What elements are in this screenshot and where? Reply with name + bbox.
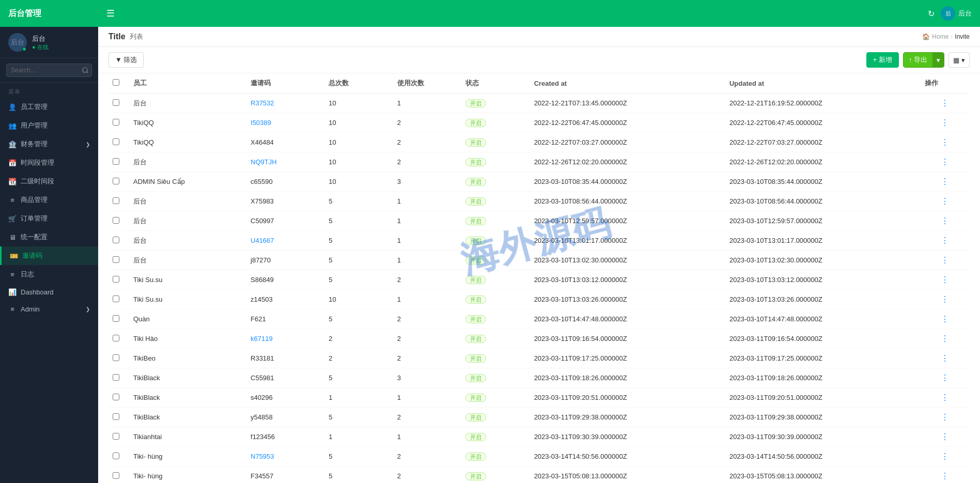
row-action-button[interactable]: ⋮ — [941, 413, 950, 422]
search-input[interactable] — [6, 64, 92, 77]
row-used: 2 — [393, 447, 461, 466]
subtimerange-icon: 📆 — [8, 178, 17, 185]
menu-icon[interactable]: ☰ — [106, 8, 115, 19]
row-action-button[interactable]: ⋮ — [941, 295, 950, 304]
row-updated-at: 2023-03-10T13:03:26.000000Z — [725, 290, 921, 309]
sidebar-item-config[interactable]: 🖥 统一配置 — [0, 228, 98, 246]
export-dropdown-button[interactable]: ▾ — [932, 53, 944, 67]
table-row: TikiBlack y54858 5 2 开启 2023-03-11T09:29… — [108, 408, 970, 427]
row-checkbox[interactable] — [113, 119, 119, 126]
row-checkbox[interactable] — [113, 217, 119, 224]
select-all-checkbox[interactable] — [113, 79, 119, 86]
sidebar-item-dashboard[interactable]: 📊 Dashboard — [0, 284, 98, 301]
sidebar-item-admin[interactable]: ≡ Admin ❯ — [0, 301, 98, 318]
row-checkbox[interactable] — [113, 276, 119, 283]
row-employee: 后台 — [129, 231, 246, 251]
logs-icon: ≡ — [8, 271, 17, 278]
invite-code-link[interactable]: R37532 — [251, 99, 274, 107]
row-action-button[interactable]: ⋮ — [941, 197, 950, 206]
row-action-button[interactable]: ⋮ — [941, 118, 950, 127]
row-action-cell: ⋮ — [921, 192, 970, 211]
row-action-button[interactable]: ⋮ — [941, 177, 950, 186]
topbar-user[interactable]: 后 后台 — [941, 6, 972, 21]
row-invite-code: C50997 — [246, 211, 324, 231]
row-action-button[interactable]: ⋮ — [941, 334, 950, 343]
row-checkbox[interactable] — [113, 158, 119, 165]
row-checkbox[interactable] — [113, 472, 119, 479]
sidebar-item-goods[interactable]: ≡ 商品管理 — [0, 191, 98, 209]
row-checkbox-cell — [108, 94, 129, 113]
columns-button[interactable]: ▦ ▾ — [948, 52, 970, 68]
breadcrumb-home-link[interactable]: Home — [932, 33, 948, 40]
row-action-button[interactable]: ⋮ — [941, 393, 950, 402]
new-button[interactable]: + 新增 — [866, 52, 899, 68]
row-action-button[interactable]: ⋮ — [941, 216, 950, 225]
row-total: 1 — [324, 427, 393, 447]
row-checkbox-cell — [108, 152, 129, 172]
sidebar-item-invite[interactable]: 🎫 邀请码 — [0, 246, 98, 265]
row-updated-at: 2023-03-11T09:16:54.000000Z — [725, 329, 921, 349]
row-action-button[interactable]: ⋮ — [941, 138, 950, 147]
row-checkbox[interactable] — [113, 178, 119, 184]
refresh-icon[interactable]: ↻ — [928, 9, 935, 19]
row-action-button[interactable]: ⋮ — [941, 158, 950, 166]
row-updated-at: 2023-03-10T08:35:44.000000Z — [725, 172, 921, 192]
table-row: Tiki Su.su z14503 10 1 开启 2023-03-10T13:… — [108, 290, 970, 309]
row-checkbox[interactable] — [113, 256, 119, 263]
row-checkbox-cell — [108, 192, 129, 211]
row-checkbox-cell — [108, 309, 129, 329]
row-checkbox[interactable] — [113, 413, 119, 420]
sidebar-item-employees[interactable]: 👤 员工管理 — [0, 98, 98, 116]
row-employee: Quàn — [129, 309, 246, 329]
invite-code-link[interactable]: N75953 — [251, 453, 274, 460]
row-used: 1 — [393, 427, 461, 447]
row-action-button[interactable]: ⋮ — [941, 315, 950, 323]
invite-code-link[interactable]: k67119 — [251, 335, 273, 342]
sidebar-item-timerange[interactable]: 📅 时间段管理 — [0, 153, 98, 172]
row-employee: Tiki Su.su — [129, 270, 246, 290]
sidebar-item-subtimerange[interactable]: 📆 二级时间段 — [0, 172, 98, 191]
row-checkbox[interactable] — [113, 138, 119, 145]
row-action-button[interactable]: ⋮ — [941, 275, 950, 284]
row-action-button[interactable]: ⋮ — [941, 354, 950, 363]
row-action-button[interactable]: ⋮ — [941, 236, 950, 245]
row-action-cell: ⋮ — [921, 408, 970, 427]
row-action-button[interactable]: ⋮ — [941, 452, 950, 461]
sidebar: 后台管理 后台 后台 ● 在线 菜单 👤 员工管理 👥 用户管理 🏦 财务管理 … — [0, 0, 98, 483]
row-checkbox[interactable] — [113, 453, 119, 459]
row-checkbox[interactable] — [113, 335, 119, 341]
sidebar-item-finance[interactable]: 🏦 财务管理 ❯ — [0, 135, 98, 153]
row-checkbox[interactable] — [113, 315, 119, 322]
row-status: 开启 — [461, 309, 530, 329]
row-invite-code: X75983 — [246, 192, 324, 211]
row-action-button[interactable]: ⋮ — [941, 472, 950, 480]
sidebar-item-users[interactable]: 👥 用户管理 — [0, 116, 98, 135]
sidebar-item-orders[interactable]: 🛒 订单管理 — [0, 209, 98, 228]
sidebar-item-logs[interactable]: ≡ 日志 — [0, 265, 98, 284]
table-row: 后台 NQ9TJH 10 2 开启 2022-12-26T12:02:20.00… — [108, 152, 970, 172]
row-action-button[interactable]: ⋮ — [941, 256, 950, 264]
invite-code-link[interactable]: NQ9TJH — [251, 158, 277, 166]
export-main-button[interactable]: ↑ 导出 — [904, 53, 932, 67]
row-checkbox[interactable] — [113, 295, 119, 302]
row-created-at: 2023-03-10T14:47:48.000000Z — [530, 309, 725, 329]
invite-code-link[interactable]: I50389 — [251, 119, 271, 127]
row-checkbox[interactable] — [113, 374, 119, 381]
invite-code-link[interactable]: U41667 — [251, 237, 274, 244]
row-employee: 后台 — [129, 211, 246, 231]
row-action-button[interactable]: ⋮ — [941, 432, 950, 441]
row-checkbox[interactable] — [113, 433, 119, 440]
row-action-button[interactable]: ⋮ — [941, 99, 950, 107]
row-checkbox[interactable] — [113, 354, 119, 361]
row-created-at: 2023-03-15T05:08:13.000000Z — [530, 466, 725, 484]
row-status: 开启 — [461, 211, 530, 231]
row-checkbox[interactable] — [113, 99, 119, 106]
row-total: 5 — [324, 251, 393, 270]
row-invite-code: j87270 — [246, 251, 324, 270]
row-checkbox[interactable] — [113, 197, 119, 204]
row-checkbox[interactable] — [113, 394, 119, 400]
row-checkbox[interactable] — [113, 237, 119, 243]
row-action-button[interactable]: ⋮ — [941, 373, 950, 382]
status-badge: 开启 — [465, 217, 486, 225]
filter-button[interactable]: ▼ 筛选 — [108, 52, 144, 68]
